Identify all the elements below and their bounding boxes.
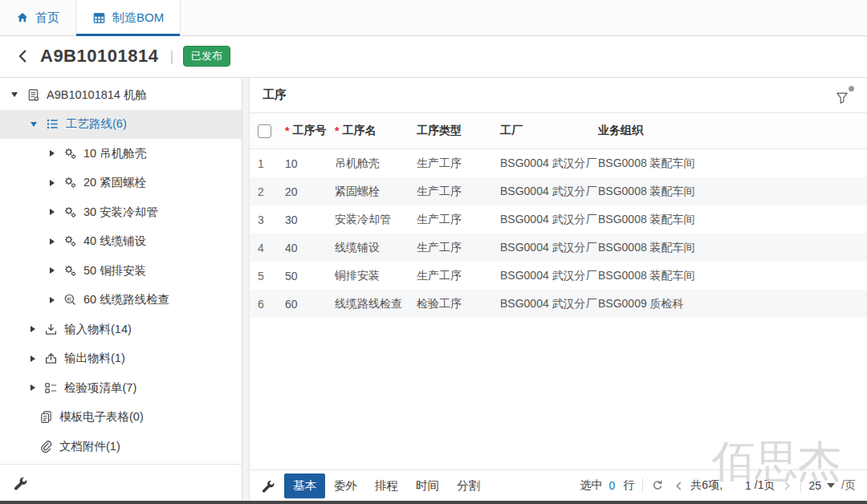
cell-org: BSG0008 装配车间: [598, 156, 859, 171]
cell-plant: BSG0004 武汉分厂: [500, 156, 598, 171]
tab-split[interactable]: 分割: [448, 474, 489, 498]
caret-right-icon[interactable]: [50, 180, 55, 186]
table-row[interactable]: 3 30 安装冷却管 生产工序 BSG0004 武汉分厂 BSG0008 装配车…: [250, 205, 867, 234]
table-row[interactable]: 6 60 线缆路线检查 检验工序 BSG0004 武汉分厂 BSG0009 质检…: [250, 290, 867, 318]
refresh-button[interactable]: [651, 479, 664, 492]
tree-item-label: 输出物料(1): [64, 351, 125, 366]
top-tab-bar: 首页 制造BOM: [0, 0, 867, 36]
tree-item-op-50[interactable]: 50 铜排安装: [0, 256, 242, 286]
bom-tree: A9B10101814 机舱 工艺路线(6): [0, 78, 242, 461]
gears-icon: [63, 205, 77, 219]
gears-icon: [63, 263, 77, 278]
tab-outsourcing[interactable]: 委外: [325, 474, 366, 498]
svg-text:检: 检: [67, 296, 71, 302]
cell-op-no: 20: [285, 185, 335, 198]
tree-item-label: 20 紧固螺栓: [83, 175, 146, 190]
caret-down-icon[interactable]: [31, 122, 37, 127]
tab-time[interactable]: 时间: [407, 474, 448, 498]
current-page[interactable]: 1: [745, 479, 751, 492]
tree-item-label: 30 安装冷却管: [83, 205, 158, 220]
chevron-left-icon: [16, 49, 31, 63]
caret-right-icon[interactable]: [50, 150, 55, 156]
filter-active-dot: [849, 86, 854, 91]
tree-item-output-materials[interactable]: 输出物料(1): [0, 344, 242, 374]
document-icon: [26, 87, 40, 102]
column-header-plant: 工厂: [500, 124, 598, 138]
tab-home[interactable]: 首页: [0, 0, 75, 35]
title-separator: |: [169, 48, 173, 65]
tree-item-op-20[interactable]: 20 紧固螺栓: [0, 169, 242, 198]
chevron-down-icon: [827, 483, 835, 488]
tab-basic[interactable]: 基本: [284, 474, 325, 498]
caret-down-icon[interactable]: [11, 92, 18, 97]
table-icon: [92, 11, 106, 25]
tree-item-op-30[interactable]: 30 安装冷却管: [0, 197, 242, 227]
body: A9B10101814 机舱 工艺路线(6): [0, 77, 867, 501]
process-panel: 工序 *工序号 *工序名 工序类型 工厂 业务组织 1: [249, 78, 867, 501]
cell-op-type: 生产工序: [417, 213, 500, 227]
cell-op-name: 紧固螺栓: [335, 185, 417, 199]
tab-scheduling[interactable]: 排程: [366, 474, 407, 498]
tree-item-op-40[interactable]: 40 线缆铺设: [0, 227, 242, 257]
tree-item-root[interactable]: A9B10101814 机舱: [0, 80, 242, 110]
caret-right-icon[interactable]: [50, 267, 55, 274]
divider: [800, 478, 801, 493]
tree-item-op-10[interactable]: 10 吊机舱壳: [0, 139, 242, 169]
cell-op-no: 10: [285, 157, 335, 170]
tree-item-input-materials[interactable]: 输入物料(14): [0, 315, 242, 344]
caret-right-icon[interactable]: [50, 297, 55, 303]
caret-right-icon[interactable]: [50, 209, 55, 215]
tab-manufacturing-bom[interactable]: 制造BOM: [75, 0, 181, 35]
tree-item-inspection-list[interactable]: 检验项清单(7): [0, 373, 242, 403]
wrench-icon: [261, 479, 275, 493]
tree-item-document-attachments[interactable]: 文档附件(1): [0, 432, 242, 461]
panel-gap: [242, 78, 249, 501]
cell-plant: BSG0004 武汉分厂: [500, 297, 598, 311]
table-body: 1 10 吊机舱壳 生产工序 BSG0004 武汉分厂 BSG0008 装配车间…: [250, 149, 867, 469]
column-header-op-name: *工序名: [335, 124, 417, 138]
back-button[interactable]: [16, 49, 31, 63]
caret-right-icon[interactable]: [50, 238, 55, 245]
panel-header: 工序: [250, 78, 867, 113]
gears-icon: [63, 146, 77, 161]
caret-right-icon[interactable]: [31, 356, 35, 362]
checklist-icon: [43, 380, 58, 395]
tree-item-process-route[interactable]: 工艺路线(6): [0, 110, 242, 140]
column-header-op-type: 工序类型: [417, 124, 500, 138]
select-all-checkbox[interactable]: [258, 124, 271, 138]
wrench-icon: [13, 476, 27, 490]
caret-right-icon[interactable]: [31, 326, 35, 332]
home-icon: [16, 11, 29, 24]
table-row[interactable]: 4 40 线缆铺设 生产工序 BSG0004 武汉分厂 BSG0008 装配车间: [250, 234, 867, 262]
tree-item-template-spreadsheet[interactable]: 模板电子表格(0): [0, 403, 242, 433]
filter-button[interactable]: [835, 86, 854, 105]
selected-count: 0: [609, 479, 616, 492]
prev-page-button[interactable]: [674, 481, 684, 491]
refresh-icon: [651, 479, 664, 492]
tree-item-label: 输入物料(14): [64, 322, 132, 337]
cell-op-no: 60: [285, 298, 335, 311]
table-row[interactable]: 2 20 紧固螺栓 生产工序 BSG0004 武汉分厂 BSG0008 装配车间: [250, 177, 867, 205]
caret-right-icon[interactable]: [31, 384, 35, 391]
tree-item-label: 模板电子表格(0): [59, 409, 144, 425]
tab-home-label: 首页: [35, 10, 59, 26]
page-size-value: 25: [809, 479, 822, 492]
tree-item-op-60[interactable]: 检 60 线缆路线检查: [0, 286, 242, 315]
cell-op-name: 铜排安装: [335, 269, 417, 283]
table-row[interactable]: 5 50 铜排安装 生产工序 BSG0004 武汉分厂 BSG0008 装配车间: [250, 262, 867, 290]
row-number: 5: [258, 270, 285, 282]
window-bottom-edge: [0, 501, 867, 504]
page-title: A9B10101814: [40, 46, 158, 67]
table-row[interactable]: 1 10 吊机舱壳 生产工序 BSG0004 武汉分厂 BSG0008 装配车间: [250, 149, 867, 177]
filter-icon: [835, 91, 849, 105]
bom-structure-sidebar: A9B10101814 机舱 工艺路线(6): [0, 78, 242, 501]
tab-bom-label: 制造BOM: [112, 10, 164, 26]
selected-label: 选中: [580, 478, 603, 493]
row-number: 4: [258, 242, 285, 254]
sidebar-settings-button[interactable]: [13, 476, 27, 490]
footer-settings-button[interactable]: [261, 479, 275, 493]
next-page-button[interactable]: [782, 481, 792, 491]
cell-op-type: 生产工序: [417, 156, 500, 171]
row-number: 3: [258, 213, 285, 226]
page-size-select[interactable]: 25: [809, 479, 836, 492]
